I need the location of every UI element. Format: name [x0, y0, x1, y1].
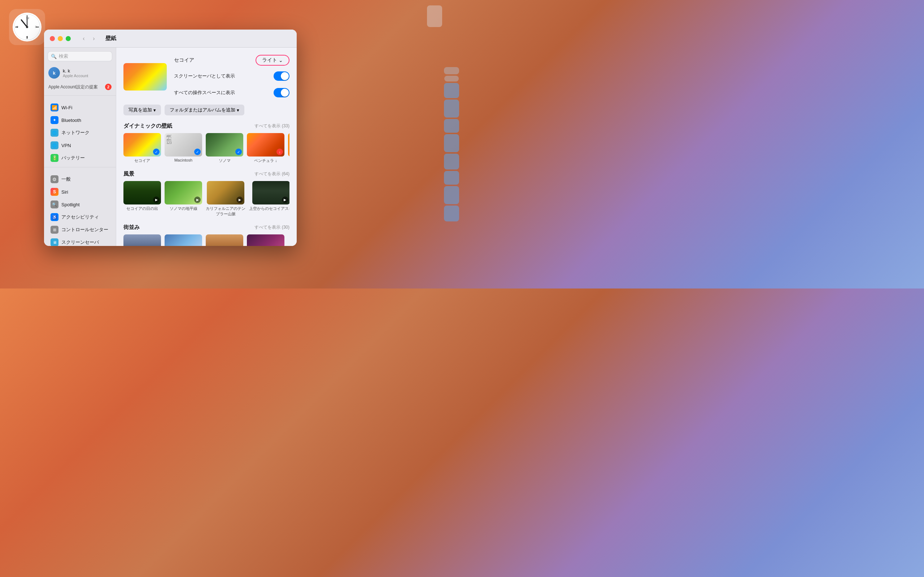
dynamic-section-header: ダイナミックの壁紙 すべてを表示 (33)	[123, 122, 289, 129]
wp-c4[interactable]: ▶	[247, 234, 284, 246]
sidebar-item-control[interactable]: ⊞ コントロールセンター	[46, 224, 114, 236]
notification-badge: 2	[105, 84, 111, 90]
dock-item-8[interactable]	[444, 206, 459, 221]
wallpaper-name-row: セコイア ライト ⌄	[174, 55, 289, 66]
dock-item-6[interactable]	[444, 171, 459, 185]
search-icon: 🔍	[51, 54, 57, 59]
clock-face: 12 3 6 9	[13, 13, 42, 42]
sidebar-label-battery: バッテリー	[61, 155, 85, 161]
wp-thumb-c1: ▶	[123, 234, 161, 246]
user-account-item[interactable]: k k. k Apple Account	[44, 64, 116, 82]
screensaver-toggle[interactable]	[274, 71, 289, 81]
dock-item-1[interactable]	[444, 83, 459, 98]
dock-item-7[interactable]	[444, 186, 459, 204]
window-body: 🔍 検索 k k. k Apple Account Apple Account設…	[44, 48, 297, 246]
screensaver-label: スクリーンセーバとして表示	[174, 73, 235, 79]
general-icon: ⚙	[50, 175, 58, 183]
user-subtitle: Apple Account	[63, 74, 88, 78]
sidebar-label-siri: Siri	[61, 189, 68, 195]
minimize-button[interactable]	[58, 36, 63, 41]
sidebar-item-bluetooth[interactable]: ✦ Bluetooth	[46, 114, 114, 126]
wp-l3-play: ▶	[236, 197, 243, 203]
wp-l4-play: ▶	[282, 197, 288, 203]
wp-l4[interactable]: ▶	[252, 181, 290, 205]
sidebar-item-screensaver[interactable]: 🖥 スクリーンセーバ	[46, 236, 114, 246]
dock-item-gray1	[444, 76, 459, 82]
wp-sonoma[interactable]: ✓	[206, 133, 243, 156]
dock-right	[444, 67, 459, 221]
allspaces-toggle[interactable]	[274, 88, 289, 97]
city-show-all[interactable]: すべてを表示 (30)	[254, 224, 289, 230]
svg-point-11	[26, 26, 28, 28]
add-buttons-row: 写真を追加 ▾ フォルダまたはアルバムを追加 ▾	[123, 105, 289, 115]
maximize-button[interactable]	[66, 36, 71, 41]
search-box[interactable]: 🔍 検索	[48, 51, 112, 61]
dock-item-3[interactable]	[444, 119, 459, 133]
wp-thumb-c2: ▶	[165, 234, 202, 246]
close-button[interactable]	[50, 36, 55, 41]
sidebar-item-general[interactable]: ⚙ 一般	[46, 173, 114, 185]
dynamic-show-all[interactable]: すべてを表示 (33)	[254, 123, 289, 129]
dock-item-separator	[444, 67, 459, 74]
landscape-show-all[interactable]: すべてを表示 (64)	[254, 171, 289, 177]
sidebar-item-vpn[interactable]: 🌐 VPN	[46, 139, 114, 152]
sidebar-item-network[interactable]: 🌐 ネットワーク	[46, 127, 114, 139]
sidebar-item-spotlight[interactable]: 🔍 Spotlight	[46, 198, 114, 211]
add-photo-label: 写真を追加	[129, 107, 152, 113]
wp-c3-img	[206, 234, 243, 246]
add-photo-button[interactable]: 写真を追加 ▾	[123, 105, 161, 115]
traffic-lights	[50, 36, 71, 41]
dynamic-wallpaper-grid: ✓ セコイア ✓ Macintosh ✓ ソノマ	[123, 133, 289, 163]
svg-text:9: 9	[16, 25, 18, 29]
wp-l2[interactable]: ▶	[165, 181, 202, 205]
wp-thumb-macintosh: ✓ Macintosh	[165, 133, 202, 163]
network-icon: 🌐	[50, 129, 58, 137]
wp-c2[interactable]: ▶	[165, 234, 202, 246]
sidebar-divider	[44, 95, 116, 95]
allspaces-toggle-row: すべての操作スペースに表示	[174, 87, 289, 99]
wp-c1[interactable]: ▶	[123, 234, 161, 246]
bluetooth-icon: ✦	[50, 116, 58, 124]
sidebar-label-bluetooth: Bluetooth	[61, 118, 81, 123]
wp-ventura-check: ↓	[276, 148, 283, 155]
dock-item-2[interactable]	[444, 100, 459, 118]
sidebar-item-battery[interactable]: 🔋 バッテリー	[46, 152, 114, 164]
wifi-icon: 📶	[50, 103, 58, 111]
wp-l1[interactable]: ▶	[123, 181, 161, 205]
user-info: k. k Apple Account	[63, 68, 88, 78]
wp-thumb-l3: ▶ カリフォルニアのテンプラー山脈	[206, 181, 246, 217]
wp-macintosh[interactable]: ✓	[165, 133, 202, 156]
wp-sequoia[interactable]: ✓	[123, 133, 161, 156]
dock-item-4[interactable]	[444, 134, 459, 152]
avatar: k	[48, 67, 60, 79]
sidebar-item-wifi[interactable]: 📶 Wi-Fi	[46, 102, 114, 114]
sidebar-label-accessibility: アクセシビリティ	[61, 214, 99, 220]
forward-button[interactable]: ›	[89, 34, 98, 43]
wp-c1-img	[123, 234, 161, 246]
current-wallpaper-section: セコイア ライト ⌄ スクリーンセーバとして表示 すべての操作スペースに表示	[123, 55, 289, 99]
back-button[interactable]: ‹	[79, 34, 88, 43]
wp-l3[interactable]: ▶	[207, 181, 244, 205]
city-section-title: 街並み	[123, 224, 140, 231]
sidebar-item-siri[interactable]: S Siri	[46, 186, 114, 198]
wp-thumb-extra	[288, 133, 289, 163]
add-folder-button[interactable]: フォルダまたはアルバムを追加 ▾	[165, 105, 244, 115]
system-preferences-window: ‹ › 壁紙 🔍 検索 k k. k Apple Account App	[44, 29, 297, 246]
dock-item-5[interactable]	[444, 154, 459, 169]
wp-c3[interactable]: ▶	[206, 234, 243, 246]
light-mode-button[interactable]: ライト ⌄	[255, 55, 289, 66]
siri-icon: S	[50, 188, 58, 196]
city-section-header: 街並み すべてを表示 (30)	[123, 224, 289, 231]
notification-item[interactable]: Apple Account設定の提案 2	[44, 82, 116, 92]
wp-sonoma-label: ソノマ	[219, 158, 231, 163]
svg-text:3: 3	[35, 25, 37, 29]
wp-extra[interactable]	[288, 133, 289, 156]
sidebar-item-accessibility[interactable]: ♿ アクセシビリティ	[46, 211, 114, 223]
nav-buttons: ‹ ›	[79, 34, 98, 43]
svg-text:12: 12	[26, 16, 29, 20]
control-icon: ⊞	[50, 226, 58, 234]
wallpaper-preview	[123, 63, 167, 90]
wp-ventura[interactable]: ↓	[247, 133, 284, 156]
accessibility-icon: ♿	[50, 213, 58, 221]
add-folder-label: フォルダまたはアルバムを追加	[170, 107, 235, 113]
